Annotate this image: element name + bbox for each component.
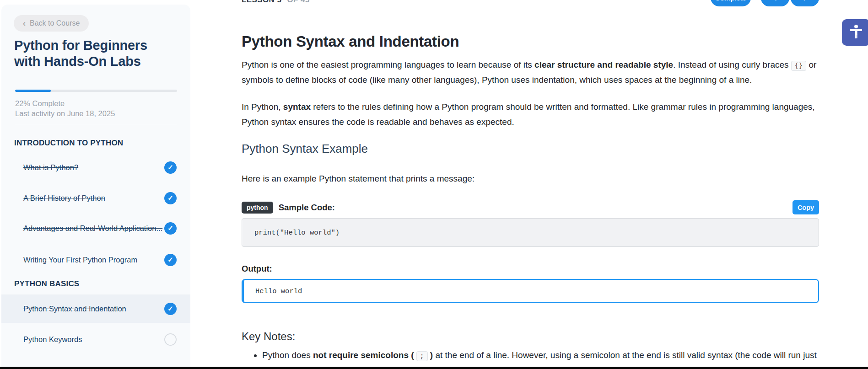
previous-lesson-button[interactable]: ‹ <box>761 0 789 6</box>
complete-button[interactable]: Complete <box>711 0 751 6</box>
back-to-course-button[interactable]: ‹ Back to Course <box>14 15 89 32</box>
course-sidebar: ‹ Back to Course Python for Beginners wi… <box>1 5 190 369</box>
text-segment: Python does <box>262 350 313 360</box>
sidebar-item-syntax-indentation-active[interactable]: Python Syntax and Indentation ✓ <box>1 294 190 323</box>
output-text: Hello world <box>255 287 302 295</box>
copy-code-button[interactable]: Copy <box>793 200 819 214</box>
lesson-number: LESSON 5 <box>242 0 281 4</box>
text-segment: In Python, <box>242 102 283 112</box>
section-header-introduction: INTRODUCTION TO PYTHON <box>14 139 123 148</box>
output-box: Hello world <box>242 279 819 303</box>
inline-code-braces: {} <box>791 61 806 71</box>
language-badge: python <box>242 202 273 214</box>
back-chevron-icon: ‹ <box>23 19 26 27</box>
next-lesson-button[interactable]: › <box>791 0 819 6</box>
sidebar-divider <box>15 125 177 125</box>
text-segment: Python is one of the easiest programming… <box>242 60 534 70</box>
key-note-item: Python does not require semicolons ( ; )… <box>262 348 819 369</box>
completed-check-icon: ✓ <box>164 161 177 174</box>
completed-check-icon: ✓ <box>164 254 177 266</box>
text-segment: . Instead of using curly braces <box>673 60 791 70</box>
code-block-header: python Sample Code: Copy <box>242 200 819 215</box>
output-label: Output: <box>242 264 272 274</box>
back-to-course-label: Back to Course <box>30 19 80 27</box>
sample-code-text: print("Hello world") <box>254 229 340 237</box>
bold-text-segment: not require semicolons ( <box>313 350 414 360</box>
accessibility-person-icon <box>847 23 865 42</box>
chevron-right-icon: › <box>803 0 807 3</box>
completed-check-icon: ✓ <box>164 303 177 315</box>
incomplete-circle-icon <box>164 333 177 346</box>
sample-code-block: print("Hello world") <box>242 218 819 247</box>
sidebar-item-first-program[interactable]: Writing Your First Python Program ✓ <box>1 250 190 270</box>
inline-code-semicolon: ; <box>416 351 428 361</box>
lesson-title: Python Syntax and Indentation <box>242 33 459 50</box>
sidebar-item-python-keywords[interactable]: Python Keywords <box>1 325 190 353</box>
sidebar-item-what-is-python[interactable]: What is Python? ✓ <box>1 157 190 177</box>
lesson-label: Python Syntax and Indentation <box>23 305 164 313</box>
sidebar-item-advantages[interactable]: Advantages and Real-World Application...… <box>1 218 190 238</box>
lesson-total: OF 45 <box>287 0 309 4</box>
sample-code-label: Sample Code: <box>279 203 335 213</box>
lesson-label: Python Keywords <box>23 335 164 344</box>
completed-check-icon: ✓ <box>164 192 177 204</box>
example-section-heading: Python Syntax Example <box>242 142 368 156</box>
lesson-label: Advantages and Real-World Application... <box>23 224 164 233</box>
bottom-edge-bar <box>0 367 868 369</box>
accessibility-widget-button[interactable] <box>842 19 868 46</box>
bold-text-segment: clear structure and readable style <box>534 60 673 70</box>
key-notes-list: Python does not require semicolons ( ; )… <box>253 348 819 369</box>
page: ‹ Back to Course Python for Beginners wi… <box>0 0 868 369</box>
progress-fill <box>15 90 51 92</box>
key-notes-heading: Key Notes: <box>242 330 295 343</box>
course-progress-bar <box>15 90 177 92</box>
progress-percent-label: 22% Complete <box>15 99 65 108</box>
lesson-paragraph-2: In Python, syntax refers to the rules de… <box>242 100 819 129</box>
section-header-python-basics: PYTHON BASICS <box>14 279 79 289</box>
lesson-label: What is Python? <box>23 163 164 172</box>
lesson-paragraph-1: Python is one of the easiest programming… <box>242 58 819 87</box>
last-activity-label: Last activity on June 18, 2025 <box>15 109 115 118</box>
course-title: Python for Beginners with Hands-On Labs <box>14 37 165 70</box>
lesson-progress-eyebrow: LESSON 5 OF 45 <box>242 0 310 5</box>
chevron-left-icon: ‹ <box>774 0 777 3</box>
sidebar-item-brief-history[interactable]: A Brief History of Python ✓ <box>1 188 190 208</box>
lesson-label: A Brief History of Python <box>23 194 164 203</box>
text-segment: refers to the rules defining how a Pytho… <box>242 102 815 127</box>
lesson-label: Writing Your First Python Program <box>23 256 164 264</box>
example-intro-text: Here is an example Python statement that… <box>242 174 474 184</box>
completed-check-icon: ✓ <box>164 222 177 235</box>
bold-text-segment: syntax <box>283 102 311 112</box>
